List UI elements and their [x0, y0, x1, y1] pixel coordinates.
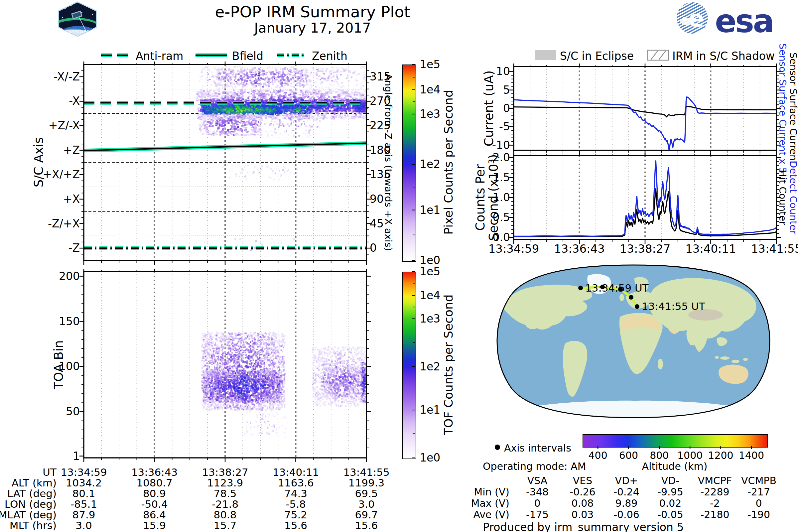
rect-shape	[271, 380, 273, 381]
rect-shape	[363, 383, 365, 385]
rect-shape	[363, 401, 365, 402]
rect-shape	[207, 392, 209, 394]
rect-shape	[297, 117, 300, 118]
rect-shape	[310, 104, 312, 106]
rect-shape	[267, 359, 268, 361]
rect-shape	[219, 380, 220, 381]
rect-shape	[247, 401, 249, 402]
rect-shape	[262, 406, 263, 408]
rect-shape	[214, 105, 216, 107]
rect-shape	[238, 134, 240, 136]
rect-shape	[252, 108, 253, 110]
rect-shape	[227, 379, 228, 380]
rect-shape	[208, 104, 210, 106]
rect-shape	[219, 393, 220, 394]
rect-shape	[211, 354, 213, 356]
rect-shape	[292, 109, 294, 110]
rect-shape	[251, 69, 253, 71]
rect-shape	[251, 379, 253, 381]
rect-shape	[246, 381, 248, 383]
rect-shape	[266, 379, 268, 380]
rect-shape	[258, 119, 260, 120]
rect-shape	[281, 111, 283, 112]
rect-shape	[252, 350, 253, 353]
rect-shape	[216, 387, 218, 388]
rect-shape	[214, 396, 215, 398]
rect-shape	[345, 77, 348, 79]
rect-shape	[276, 392, 277, 393]
rect-shape	[238, 360, 240, 362]
rect-shape	[325, 111, 327, 112]
rect-shape	[341, 401, 343, 403]
rect-shape	[253, 332, 255, 334]
rect-shape	[243, 395, 245, 396]
rect-shape	[276, 118, 278, 119]
rect-shape	[253, 95, 255, 96]
ephemeris-value: 15.6	[355, 519, 378, 531]
rect-shape	[258, 131, 260, 132]
rect-shape	[208, 79, 209, 81]
rect-shape	[208, 376, 210, 378]
rect-shape	[212, 397, 213, 399]
rect-shape	[207, 94, 209, 96]
rect-shape	[296, 108, 297, 110]
rect-shape	[260, 383, 261, 385]
rect-shape	[240, 116, 241, 117]
rect-shape	[223, 386, 224, 387]
rect-shape	[346, 387, 348, 389]
rect-shape	[260, 169, 262, 170]
rect-shape	[239, 175, 240, 177]
rect-shape	[272, 73, 274, 75]
rect-shape	[228, 360, 229, 362]
rect-shape	[352, 368, 353, 370]
rect-shape	[334, 109, 337, 111]
rect-shape	[291, 108, 292, 109]
rect-shape	[209, 362, 211, 364]
rect-shape	[281, 111, 282, 112]
rect-shape	[309, 117, 310, 119]
rect-shape	[276, 356, 277, 357]
rect-shape	[262, 108, 264, 109]
rect-shape	[241, 376, 242, 377]
rect-shape	[330, 101, 332, 102]
esa-globe-e: e	[688, 5, 704, 32]
rect-shape	[240, 100, 242, 102]
rect-shape	[250, 366, 251, 368]
rect-shape	[282, 404, 283, 406]
rect-shape	[228, 362, 229, 363]
rect-shape	[349, 71, 351, 72]
rect-shape	[277, 113, 278, 114]
rect-shape	[318, 91, 320, 92]
rect-shape	[211, 122, 213, 124]
rect-shape	[213, 375, 215, 377]
rect-shape	[232, 394, 234, 396]
rect-shape	[223, 379, 224, 381]
rect-shape	[281, 401, 282, 403]
rect-shape	[289, 106, 292, 107]
rect-shape	[217, 109, 218, 111]
rect-shape	[252, 74, 254, 75]
rect-shape	[227, 337, 228, 338]
rect-shape	[203, 374, 205, 376]
rect-shape	[234, 105, 236, 107]
rect-shape	[208, 66, 210, 67]
rect-shape	[233, 387, 234, 388]
rect-shape	[362, 382, 364, 384]
rect-shape	[290, 107, 292, 109]
rect-shape	[279, 102, 280, 104]
rect-shape	[329, 73, 330, 74]
rect-shape	[234, 388, 235, 390]
rect-shape	[258, 374, 259, 375]
rect-shape	[248, 355, 250, 357]
rect-shape	[243, 370, 245, 373]
rect-shape	[277, 350, 278, 352]
rect-shape	[277, 362, 279, 364]
rect-shape	[327, 99, 329, 101]
rect-shape	[215, 346, 216, 348]
rect-shape	[260, 110, 262, 112]
rect-shape	[301, 107, 303, 108]
rect-shape	[221, 399, 223, 401]
rect-shape	[212, 133, 214, 135]
rect-shape	[224, 345, 226, 347]
rect-shape	[292, 101, 295, 102]
